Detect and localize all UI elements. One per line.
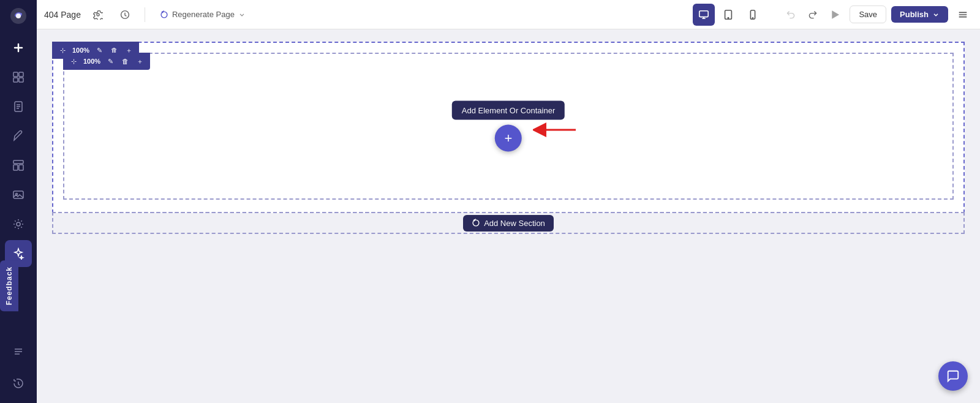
svg-point-1 bbox=[16, 13, 21, 18]
inner-move-icon[interactable]: ⊹ bbox=[67, 55, 80, 68]
svg-point-19 bbox=[753, 17, 753, 18]
svg-rect-4 bbox=[13, 78, 18, 82]
redo-button[interactable] bbox=[803, 5, 823, 24]
canvas-area[interactable]: ⊹ 100% ✎ 🗑 ＋ ⊹ 100% ✎ 🗑 ＋ bbox=[37, 29, 980, 403]
play-button[interactable] bbox=[825, 5, 845, 24]
sidebar-item-add[interactable] bbox=[5, 34, 32, 61]
section-container: ⊹ 100% ✎ 🗑 ＋ ⊹ 100% ✎ 🗑 ＋ bbox=[52, 42, 965, 213]
svg-rect-3 bbox=[19, 72, 23, 77]
sidebar-item-page[interactable] bbox=[5, 93, 32, 120]
sidebar-item-templates[interactable] bbox=[5, 152, 32, 179]
inner-add-icon[interactable]: ＋ bbox=[133, 55, 146, 68]
device-buttons bbox=[693, 4, 764, 26]
main-area: 404 Page Regenerate Page bbox=[37, 0, 980, 403]
regenerate-page-button[interactable]: Regenerate Page bbox=[155, 7, 251, 21]
add-section-label: Add New Section bbox=[484, 219, 545, 228]
sidebar: Feedback bbox=[0, 0, 37, 403]
page-title: 404 Page bbox=[44, 10, 81, 20]
inner-percent: 100% bbox=[81, 58, 102, 65]
svg-rect-5 bbox=[19, 78, 23, 82]
publish-label: Publish bbox=[900, 10, 929, 19]
sidebar-item-list[interactable] bbox=[5, 338, 32, 365]
undo-redo-group bbox=[781, 5, 845, 24]
tablet-button[interactable] bbox=[717, 4, 739, 26]
svg-rect-10 bbox=[13, 191, 23, 198]
add-section-bar[interactable]: Add New Section bbox=[52, 212, 965, 234]
sidebar-item-media[interactable] bbox=[5, 181, 32, 208]
mobile-button[interactable] bbox=[742, 4, 764, 26]
svg-marker-20 bbox=[832, 11, 839, 18]
history-button[interactable] bbox=[115, 5, 135, 24]
regenerate-label: Regenerate Page bbox=[172, 10, 235, 19]
inner-toolbar: ⊹ 100% ✎ 🗑 ＋ bbox=[63, 53, 150, 70]
desktop-button[interactable] bbox=[693, 4, 715, 26]
svg-rect-9 bbox=[19, 165, 23, 170]
feedback-tab[interactable]: Feedback bbox=[0, 260, 18, 311]
svg-point-17 bbox=[728, 17, 729, 18]
settings-wrench-button[interactable] bbox=[88, 5, 108, 24]
topbar-separator-1 bbox=[145, 7, 145, 22]
add-element-tooltip: Add Element Or Container bbox=[452, 101, 565, 120]
page-canvas: ⊹ 100% ✎ 🗑 ＋ ⊹ 100% ✎ 🗑 ＋ bbox=[52, 42, 965, 234]
topbar-menu-button[interactable] bbox=[953, 5, 973, 24]
svg-point-12 bbox=[17, 222, 20, 226]
undo-button[interactable] bbox=[781, 5, 801, 24]
svg-rect-15 bbox=[699, 10, 708, 17]
sidebar-item-draw[interactable] bbox=[5, 122, 32, 149]
svg-rect-8 bbox=[13, 165, 18, 170]
logo-button[interactable] bbox=[7, 5, 29, 27]
add-element-button[interactable]: + bbox=[495, 125, 522, 152]
inner-container: ⊹ 100% ✎ 🗑 ＋ Add Element Or Container + bbox=[63, 53, 954, 200]
publish-button[interactable]: Publish bbox=[891, 6, 948, 23]
sidebar-item-settings[interactable] bbox=[5, 211, 32, 238]
inner-delete-icon[interactable]: 🗑 bbox=[118, 55, 132, 68]
sidebar-item-history[interactable] bbox=[5, 370, 32, 397]
feedback-tab-wrapper: Feedback bbox=[0, 260, 18, 311]
svg-point-13 bbox=[97, 13, 99, 16]
sidebar-bottom bbox=[5, 337, 32, 398]
chat-bubble[interactable] bbox=[938, 361, 968, 391]
svg-rect-2 bbox=[13, 72, 18, 77]
svg-rect-7 bbox=[13, 160, 23, 164]
save-button[interactable]: Save bbox=[850, 6, 886, 23]
inner-edit-icon[interactable]: ✎ bbox=[104, 55, 117, 68]
topbar: 404 Page Regenerate Page bbox=[37, 0, 980, 29]
topbar-actions: Save Publish bbox=[781, 5, 973, 24]
arrow-indicator bbox=[533, 118, 582, 145]
add-section-button[interactable]: Add New Section bbox=[463, 215, 554, 232]
sidebar-item-pages[interactable] bbox=[5, 64, 32, 91]
